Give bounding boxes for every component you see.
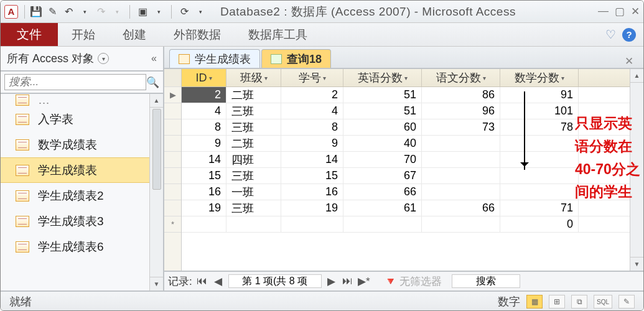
vertical-scrollbar[interactable]: ▲ ▼ <box>630 69 643 271</box>
nav-table-item[interactable]: 数学成绩表 <box>1 132 163 157</box>
cell-sn[interactable]: 14 <box>281 152 343 167</box>
cell-english[interactable]: 60 <box>343 119 422 135</box>
table-row[interactable]: 4三班45196101 <box>182 103 630 119</box>
recnav-prev-icon[interactable]: ◀ <box>212 275 225 288</box>
cell[interactable] <box>343 216 422 232</box>
cell-math[interactable]: 101 <box>500 103 579 119</box>
save-icon[interactable]: 💾 <box>29 4 44 19</box>
column-header-math[interactable]: 数学分数▾ <box>500 69 579 86</box>
cell-chinese[interactable]: 73 <box>422 119 500 135</box>
cell-sn[interactable]: 9 <box>281 136 343 151</box>
recnav-search-input[interactable] <box>452 274 520 288</box>
row-selector[interactable] <box>164 168 181 184</box>
undo-icon[interactable]: ↶ <box>61 4 76 19</box>
maximize-button[interactable]: ▢ <box>615 5 625 18</box>
object-tab-table[interactable]: 学生成绩表 <box>169 49 260 68</box>
table-row[interactable]: 2二班2518691 <box>182 87 630 103</box>
tab-create[interactable]: 创建 <box>109 23 160 46</box>
cell-english[interactable]: 67 <box>343 168 422 183</box>
column-header-class[interactable]: 班级▾ <box>226 69 281 86</box>
column-header-english[interactable]: 英语分数▾ <box>343 69 422 86</box>
row-selector[interactable] <box>164 184 181 200</box>
tab-database-tools[interactable]: 数据库工具 <box>235 23 321 46</box>
cell-class[interactable]: 二班 <box>226 136 281 151</box>
cell-math[interactable] <box>500 152 579 167</box>
nav-collapse-icon[interactable]: « <box>151 53 157 64</box>
cell-english[interactable]: 51 <box>343 87 422 103</box>
refresh-icon[interactable]: ⟳ <box>177 4 192 19</box>
cell-class[interactable]: 四班 <box>226 152 281 167</box>
table-row[interactable]: 15三班1567 <box>182 168 630 184</box>
tab-close-icon[interactable]: ✕ <box>620 55 638 68</box>
cell-id[interactable]: 4 <box>182 103 226 119</box>
tab-file[interactable]: 文件 <box>1 23 58 46</box>
nav-table-item[interactable]: 学生成绩表 <box>1 157 163 183</box>
table-row[interactable]: 19三班19616671 <box>182 200 630 216</box>
redo-dropdown-icon[interactable]: ▾ <box>110 4 124 19</box>
cell-english[interactable]: 70 <box>343 152 422 167</box>
cell-class[interactable]: 三班 <box>226 200 281 216</box>
cell-chinese[interactable]: 86 <box>422 87 500 103</box>
recnav-first-icon[interactable]: ⏮ <box>196 275 208 287</box>
cell-english[interactable]: 61 <box>343 200 422 216</box>
nav-filter-dropdown-icon[interactable]: ▾ <box>98 53 109 64</box>
row-selector[interactable] <box>164 119 181 136</box>
cell-sn[interactable]: 19 <box>281 200 343 216</box>
row-selector[interactable] <box>164 200 181 216</box>
chevron-down-icon[interactable]: ▾ <box>404 75 408 81</box>
cell-chinese[interactable] <box>422 152 500 167</box>
form-icon[interactable]: ▣ <box>135 4 150 19</box>
cell-id[interactable]: 15 <box>182 168 226 183</box>
minimize-button[interactable]: — <box>598 5 609 18</box>
cell-id[interactable]: 19 <box>182 200 226 216</box>
nav-search-input[interactable] <box>4 74 146 90</box>
redo-icon[interactable]: ↷ <box>93 4 108 19</box>
brush-icon[interactable]: ✎ <box>45 4 60 19</box>
cell-id[interactable]: 8 <box>182 119 226 135</box>
cell-english[interactable]: 51 <box>343 103 422 119</box>
cell-id[interactable]: 14 <box>182 152 226 167</box>
nav-table-item[interactable]: 学生成绩表3 <box>1 208 163 234</box>
cell-chinese[interactable]: 96 <box>422 103 500 119</box>
column-header-id[interactable]: ID▾ <box>182 69 226 86</box>
row-selector[interactable] <box>164 136 181 152</box>
cell-sn[interactable]: 2 <box>281 87 343 103</box>
nav-scrollbar[interactable]: ▲ ▼ <box>149 94 163 290</box>
cell-english[interactable]: 40 <box>343 136 422 151</box>
cell-math[interactable]: 78 <box>500 119 579 135</box>
table-row[interactable]: 14四班1470 <box>182 152 630 168</box>
view-design-icon[interactable]: ✎ <box>618 295 635 309</box>
cell[interactable] <box>281 216 343 232</box>
chevron-down-icon[interactable]: ▾ <box>561 75 564 81</box>
cell-class[interactable]: 一班 <box>226 184 281 200</box>
scroll-down-icon[interactable]: ▼ <box>630 257 643 271</box>
cell-sn[interactable]: 8 <box>281 119 343 135</box>
column-header-chinese[interactable]: 语文分数▾ <box>422 69 500 86</box>
chevron-down-icon[interactable]: ▾ <box>323 75 326 81</box>
row-selector-new[interactable]: * <box>164 216 181 233</box>
view-pivot-icon[interactable]: ⊞ <box>549 295 565 309</box>
cell-sn[interactable]: 16 <box>281 184 343 200</box>
cell-class[interactable]: 三班 <box>226 168 281 183</box>
view-datasheet-icon[interactable]: ▦ <box>526 295 543 309</box>
scroll-down-icon[interactable]: ▼ <box>150 277 163 290</box>
recnav-last-icon[interactable]: ⏭ <box>342 275 354 287</box>
table-row[interactable]: 16一班1666 <box>182 184 630 200</box>
cell-chinese[interactable] <box>422 168 500 183</box>
row-selector[interactable]: ▶ <box>164 87 181 103</box>
recnav-new-icon[interactable]: ▶* <box>358 275 370 288</box>
search-icon[interactable]: 🔍 <box>146 76 159 89</box>
nav-table-item[interactable]: 学生成绩表2 <box>1 183 163 208</box>
cell-chinese[interactable]: 66 <box>422 200 500 216</box>
cell[interactable] <box>422 216 500 232</box>
undo-dropdown-icon[interactable]: ▾ <box>77 4 92 19</box>
form-dropdown-icon[interactable]: ▾ <box>151 4 166 19</box>
cell[interactable] <box>226 216 281 232</box>
cell-class[interactable]: 三班 <box>226 103 281 119</box>
recnav-position[interactable] <box>228 274 322 288</box>
close-button[interactable]: ✕ <box>631 5 640 18</box>
cell-math[interactable] <box>500 136 579 151</box>
cell-sn[interactable]: 15 <box>281 168 343 183</box>
nav-header[interactable]: 所有 Access 对象 ▾ « <box>1 47 163 72</box>
table-row[interactable]: 9二班940 <box>182 136 630 152</box>
